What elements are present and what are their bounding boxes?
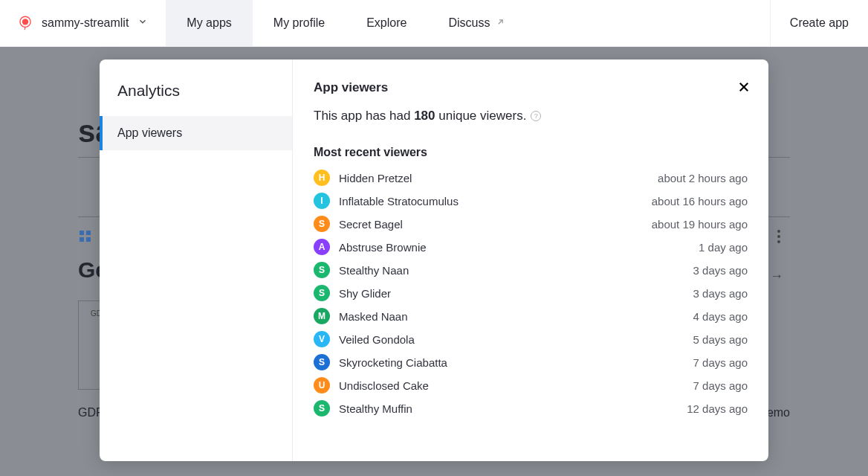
viewer-name: Skyrocketing Ciabatta [339, 356, 693, 369]
avatar: S [314, 400, 330, 416]
viewer-name: Secret Bagel [339, 218, 652, 231]
create-app-label: Create app [790, 16, 849, 30]
viewer-name: Undisclosed Cake [339, 379, 693, 392]
viewer-row: SSecret Bagelabout 19 hours ago [314, 216, 748, 232]
avatar: S [314, 262, 330, 278]
nav-tab-my-profile[interactable]: My profile [253, 0, 346, 46]
close-button[interactable] [737, 80, 751, 96]
avatar: I [314, 193, 330, 209]
nav-tab-discuss[interactable]: Discuss [427, 0, 526, 46]
avatar: S [314, 354, 330, 370]
recent-viewers-title: Most recent viewers [314, 146, 748, 159]
grid-view-icon[interactable] [80, 231, 91, 242]
viewer-time: 12 days ago [687, 402, 748, 415]
nav-spacer [526, 0, 769, 46]
viewer-row: IInflatable Stratocumulusabout 16 hours … [314, 193, 748, 209]
avatar: S [314, 216, 330, 232]
avatar: V [314, 331, 330, 347]
viewer-row: SShy Glider3 days ago [314, 285, 748, 301]
modal-main: App viewers This app has had 180 unique … [293, 60, 768, 461]
avatar: M [314, 308, 330, 324]
kebab-menu-icon[interactable] [777, 230, 780, 243]
close-icon [737, 80, 751, 94]
viewer-row: MMasked Naan4 days ago [314, 308, 748, 324]
viewer-name: Veiled Gondola [339, 333, 693, 346]
viewer-row: HHidden Pretzelabout 2 hours ago [314, 170, 748, 186]
arrow-right-icon[interactable]: → [770, 268, 783, 284]
viewer-row: AAbstruse Brownie1 day ago [314, 239, 748, 255]
viewer-row: UUndisclosed Cake7 days ago [314, 377, 748, 393]
viewer-time: 7 days ago [693, 356, 748, 369]
viewer-name: Stealthy Muffin [339, 402, 687, 415]
viewer-row: SSkyrocketing Ciabatta7 days ago [314, 354, 748, 370]
viewers-list: HHidden Pretzelabout 2 hours agoIInflata… [314, 170, 748, 416]
viewer-name: Masked Naan [339, 310, 693, 323]
nav-tab-label: Discuss [448, 16, 490, 30]
summary-prefix: This app has had [314, 109, 414, 123]
summary-suffix: unique viewers. [435, 109, 527, 123]
svg-point-1 [22, 19, 28, 25]
viewer-time: 3 days ago [693, 264, 748, 277]
viewer-row: VVeiled Gondola5 days ago [314, 331, 748, 347]
avatar: U [314, 377, 330, 393]
chevron-down-icon [137, 16, 148, 30]
avatar: A [314, 239, 330, 255]
sidebar-item-app-viewers[interactable]: App viewers [100, 116, 292, 150]
viewer-time: 5 days ago [693, 333, 748, 346]
bg-card-caption-right: emo [767, 406, 790, 419]
svg-line-2 [499, 20, 502, 24]
sidebar-item-label: App viewers [117, 126, 182, 139]
external-link-icon [496, 16, 505, 30]
summary-count: 180 [414, 109, 435, 123]
avatar: H [314, 170, 330, 186]
viewer-name: Abstruse Brownie [339, 241, 699, 254]
modal-title: App viewers [314, 80, 748, 95]
viewer-time: 1 day ago [699, 241, 748, 254]
avatar: S [314, 285, 330, 301]
streamlit-balloon-icon [18, 16, 33, 30]
workspace-selector[interactable]: sammy-streamlit [0, 0, 166, 46]
viewer-time: about 16 hours ago [652, 195, 748, 208]
nav-tab-label: My apps [187, 16, 231, 30]
nav-tab-label: My profile [273, 16, 325, 30]
viewer-row: SStealthy Naan3 days ago [314, 262, 748, 278]
modal-sidebar: Analytics App viewers [100, 60, 293, 461]
viewer-time: 7 days ago [693, 379, 748, 392]
nav-tab-explore[interactable]: Explore [346, 0, 427, 46]
create-app-button[interactable]: Create app [770, 0, 868, 46]
viewer-name: Hidden Pretzel [339, 172, 658, 184]
viewer-time: 3 days ago [693, 287, 748, 300]
analytics-modal: Analytics App viewers App viewers This a… [100, 60, 768, 461]
modal-sidebar-title: Analytics [100, 60, 292, 116]
top-nav: sammy-streamlit My apps My profile Explo… [0, 0, 868, 47]
viewer-time: 4 days ago [693, 310, 748, 323]
workspace-name: sammy-streamlit [42, 16, 129, 30]
info-icon[interactable]: ? [531, 111, 541, 121]
viewer-name: Inflatable Stratocumulus [339, 195, 652, 208]
viewer-name: Stealthy Naan [339, 264, 693, 277]
viewer-summary: This app has had 180 unique viewers. ? [314, 109, 748, 123]
viewer-row: SStealthy Muffin12 days ago [314, 400, 748, 416]
viewer-time: about 2 hours ago [658, 172, 748, 184]
nav-tab-label: Explore [366, 16, 407, 30]
viewer-time: about 19 hours ago [652, 218, 748, 231]
nav-tab-my-apps[interactable]: My apps [166, 0, 252, 46]
viewer-name: Shy Glider [339, 287, 693, 300]
